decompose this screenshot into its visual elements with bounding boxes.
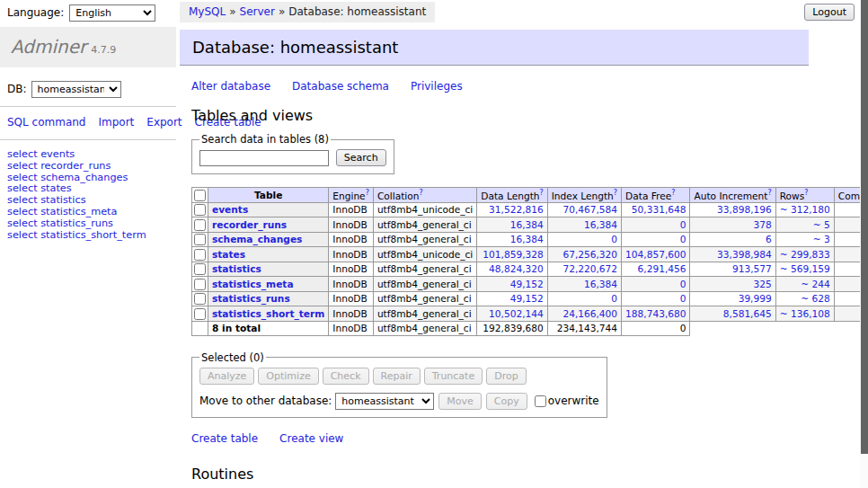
row-checkbox[interactable] (194, 293, 206, 305)
data-length-cell: 16,384 (477, 217, 547, 233)
database-link-2[interactable]: Privileges (411, 80, 463, 93)
data-free-link[interactable]: 6,291,456 (638, 263, 686, 274)
help-link[interactable]: ? (419, 189, 422, 197)
row-checkbox[interactable] (194, 234, 206, 245)
sidebar-select-link-6[interactable]: select statistics_runs (7, 217, 113, 229)
sidebar-action-2[interactable]: Export (146, 116, 182, 129)
help-link[interactable]: ? (366, 189, 369, 197)
auto-increment-link[interactable]: 325 (753, 279, 771, 289)
overwrite-checkbox[interactable] (535, 395, 546, 407)
data-free-link[interactable]: 0 (680, 234, 686, 244)
copy-button[interactable]: Copy (486, 393, 527, 410)
data-free-link[interactable]: 0 (680, 219, 686, 230)
table-name-link[interactable]: statistics_runs (212, 293, 290, 304)
db-select[interactable]: homeassistant (31, 81, 121, 98)
rows-link[interactable]: ~ 299,833 (780, 249, 830, 260)
select-all-checkbox[interactable] (194, 190, 206, 201)
index-length-link[interactable]: 67,256,320 (562, 249, 617, 260)
sidebar-select-link-0[interactable]: select events (7, 148, 75, 160)
create-link-0[interactable]: Create table (191, 432, 258, 445)
auto-increment-link[interactable]: 33,898,196 (717, 204, 772, 215)
row-checkbox[interactable] (194, 279, 206, 290)
data-length-link[interactable]: 10,502,144 (489, 308, 544, 319)
auto-increment-link[interactable]: 6 (766, 234, 772, 244)
data-length-link[interactable]: 31,522,816 (489, 204, 544, 215)
move-button[interactable]: Move (438, 393, 482, 410)
rows-link[interactable]: ~ 569,159 (780, 263, 830, 274)
auto-increment-link[interactable]: 378 (753, 219, 771, 230)
table-name-link[interactable]: events (212, 204, 248, 215)
table-name-link[interactable]: recorder_runs (212, 219, 287, 230)
auto-increment-link[interactable]: 8,581,645 (723, 308, 772, 319)
repair-button[interactable]: Repair (373, 368, 421, 385)
index-length-link[interactable]: 0 (611, 234, 617, 244)
table-name-link[interactable]: statistics_short_term (212, 308, 324, 319)
index-length-link[interactable]: 70,467,584 (562, 204, 617, 215)
row-checkbox[interactable] (194, 219, 206, 231)
sidebar-select-link-4[interactable]: select statistics (7, 194, 86, 206)
rows-link[interactable]: ~ 312,180 (780, 204, 830, 215)
index-length-link[interactable]: 24,166,400 (562, 308, 617, 319)
column-header-data-free: Data Free? (622, 188, 690, 203)
data-length-link[interactable]: 49,152 (510, 279, 544, 289)
table-name-link[interactable]: states (212, 249, 245, 260)
rows-link[interactable]: ~ 3 (813, 234, 830, 244)
sidebar-select-link-2[interactable]: select schema_changes (7, 172, 128, 183)
help-link[interactable]: ? (614, 189, 617, 197)
truncate-button[interactable]: Truncate (424, 368, 483, 385)
database-link-0[interactable]: Alter database (191, 80, 270, 93)
optimize-button[interactable]: Optimize (258, 368, 318, 385)
logout-button[interactable]: Logout (804, 4, 855, 21)
help-link[interactable]: ? (540, 189, 544, 197)
rows-link[interactable]: ~ 136,108 (780, 308, 830, 319)
sidebar-action-0[interactable]: SQL command (7, 116, 85, 129)
database-link-1[interactable]: Database schema (292, 80, 389, 93)
row-checkbox[interactable] (194, 263, 206, 275)
table-name-link[interactable]: statistics_meta (212, 279, 294, 289)
create-link-1[interactable]: Create view (279, 432, 343, 445)
index-length-link[interactable]: 0 (611, 293, 617, 304)
data-length-link[interactable]: 49,152 (510, 293, 544, 304)
index-length-link[interactable]: 72,220,672 (562, 263, 617, 274)
help-link[interactable]: ? (804, 189, 808, 197)
data-length-link[interactable]: 16,384 (510, 234, 544, 244)
rows-link[interactable]: ~ 628 (801, 293, 829, 304)
help-link[interactable]: ? (671, 189, 675, 197)
data-free-link[interactable]: 0 (680, 279, 686, 289)
data-length-link[interactable]: 101,859,328 (483, 249, 543, 260)
scrollbar-thumb[interactable] (861, 0, 868, 454)
sidebar-select-link-5[interactable]: select statistics_meta (7, 206, 117, 217)
data-free-link[interactable]: 0 (680, 293, 686, 304)
auto-increment-link[interactable]: 39,999 (739, 293, 772, 304)
data-length-link[interactable]: 16,384 (510, 219, 544, 230)
data-free-link[interactable]: 188,743,680 (625, 308, 686, 319)
analyze-button[interactable]: Analyze (199, 368, 254, 385)
search-input[interactable] (199, 150, 329, 166)
row-checkbox[interactable] (194, 308, 206, 320)
sidebar-action-1[interactable]: Import (98, 116, 134, 129)
sidebar-select-link-1[interactable]: select recorder_runs (7, 160, 111, 172)
row-checkbox[interactable] (194, 204, 206, 216)
row-checkbox[interactable] (194, 249, 206, 261)
index-length-link[interactable]: 16,384 (584, 279, 617, 289)
rows-link[interactable]: ~ 5 (813, 219, 830, 230)
check-button[interactable]: Check (323, 368, 369, 385)
table-name-link[interactable]: schema_changes (212, 234, 302, 244)
data-free-link[interactable]: 104,857,600 (625, 249, 686, 260)
sidebar-select-link-3[interactable]: select states (7, 182, 72, 194)
rows-link[interactable]: ~ 244 (801, 279, 829, 289)
auto-increment-link[interactable]: 33,398,984 (717, 249, 772, 260)
help-link[interactable]: ? (767, 189, 771, 197)
language-select[interactable]: English (69, 4, 155, 22)
drop-button[interactable]: Drop (486, 368, 526, 385)
table-name-link[interactable]: statistics (212, 263, 261, 274)
move-db-select[interactable]: homeassistant (335, 393, 434, 410)
row-select-cell (192, 306, 208, 322)
data-length-link[interactable]: 48,824,320 (489, 263, 544, 274)
index-length-link[interactable]: 16,384 (584, 219, 617, 230)
data-free-link[interactable]: 50,331,648 (632, 204, 686, 215)
search-button[interactable]: Search (336, 149, 386, 166)
sidebar-select-link-7[interactable]: select statistics_short_term (7, 229, 146, 241)
vertical-scrollbar[interactable] (860, 0, 868, 488)
auto-increment-link[interactable]: 913,577 (732, 263, 772, 274)
